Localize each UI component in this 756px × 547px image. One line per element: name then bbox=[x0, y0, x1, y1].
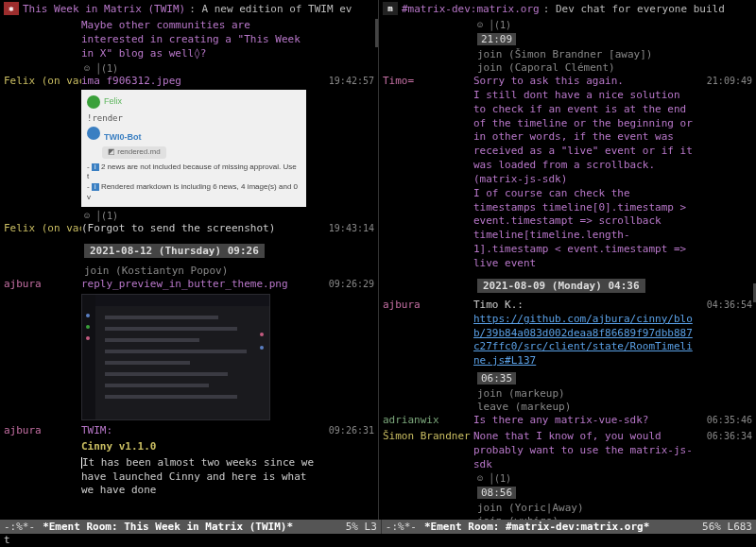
membership-event: leave (markeup) bbox=[477, 401, 752, 413]
message-body: Maybe other communities are interested i… bbox=[81, 19, 318, 61]
reaction[interactable]: ☺ │(1) bbox=[477, 473, 752, 484]
attachment-name[interactable]: reply_preview_in_butter_theme.png bbox=[81, 278, 318, 292]
timestamp: 19:43:14 bbox=[318, 222, 374, 236]
modeline-buffer[interactable]: *Ement Room: This Week in Matrix (TWIM)* bbox=[39, 521, 297, 533]
room-icon: ✱ bbox=[4, 2, 19, 15]
heading: Cinny v1.1.0 bbox=[81, 440, 318, 454]
link[interactable]: https://github.com/ajbura/cinny/blob/39b… bbox=[473, 313, 693, 368]
sender[interactable]: ajbura bbox=[4, 278, 81, 422]
modeline-pos: 5% L3 bbox=[342, 521, 381, 533]
sender[interactable]: Šimon Brandner bbox=[383, 430, 473, 472]
membership-event: join (Šimon Brandner [away]) bbox=[477, 48, 752, 60]
room-topic: : Dev chat for everyone build bbox=[543, 3, 725, 15]
date-separator: 2021-08-09 (Monday) 04:36 bbox=[477, 279, 645, 293]
image-preview[interactable] bbox=[81, 294, 270, 420]
right-messages[interactable]: ☺ │(1) 21:09 join (Šimon Brandner [away]… bbox=[379, 17, 756, 520]
timestamp: 04:36:54 bbox=[696, 299, 752, 368]
modeline-flags: -:%*- bbox=[0, 521, 39, 533]
time-separator: 06:35 bbox=[477, 372, 516, 385]
room-topic: : A new edition of TWIM ev bbox=[189, 3, 352, 15]
reply-target: Timo K.: bbox=[473, 299, 524, 311]
attachment-preview[interactable]: Felix !render TWI0-Bot ◩ rendered.md i2 … bbox=[81, 90, 306, 207]
message-body: Is there any matrix-vue-sdk? bbox=[473, 414, 696, 428]
modeline-pos: 56% L683 bbox=[698, 521, 756, 533]
timestamp: 09:26:31 bbox=[318, 424, 374, 438]
left-pane: ✱ This Week in Matrix (TWIM) : A new edi… bbox=[0, 0, 378, 520]
time-separator: 08:56 bbox=[477, 487, 516, 499]
membership-event: join (Caporal Clément) bbox=[477, 61, 752, 74]
timestamp: 21:09:49 bbox=[696, 75, 752, 271]
modeline-buffer[interactable]: *Ement Room: #matrix-dev:matrix.org* bbox=[421, 521, 653, 533]
message-body: TWIM: bbox=[81, 424, 318, 438]
message-body: None that I know of, you would probably … bbox=[473, 430, 696, 472]
sender[interactable]: ajbura bbox=[383, 299, 473, 368]
membership-event: join (Kostiantyn Popov) bbox=[84, 265, 374, 277]
reaction[interactable]: ☺ │(1) bbox=[477, 20, 752, 30]
timestamp: 06:35:46 bbox=[696, 414, 752, 428]
sender[interactable]: Felix (on vaca bbox=[4, 222, 81, 236]
minibuffer[interactable]: t bbox=[0, 534, 756, 547]
message-body: Sorry to ask this again. I still dont ha… bbox=[473, 75, 696, 271]
left-messages[interactable]: Maybe other communities are interested i… bbox=[0, 17, 378, 520]
timestamp: 06:36:34 bbox=[696, 430, 752, 472]
membership-event: join (markeup) bbox=[477, 387, 752, 400]
message-body: It has been almost two weeks since we ha… bbox=[81, 456, 320, 497]
timestamp: 09:26:29 bbox=[318, 278, 374, 422]
modeline: -:%*- *Ement Room: This Week in Matrix (… bbox=[0, 520, 756, 534]
left-header: ✱ This Week in Matrix (TWIM) : A new edi… bbox=[0, 0, 378, 17]
room-name[interactable]: This Week in Matrix (TWIM) bbox=[23, 3, 185, 15]
sender[interactable]: ajbura bbox=[4, 424, 81, 438]
sender[interactable]: Timo= bbox=[383, 75, 473, 271]
reaction[interactable]: ☺ │(1) bbox=[84, 63, 374, 74]
sender[interactable]: Felix (on vaca bbox=[4, 75, 81, 210]
room-icon: m bbox=[383, 2, 398, 15]
right-header: m #matrix-dev:matrix.org : Dev chat for … bbox=[379, 0, 756, 17]
modeline-flags: -:%*- bbox=[382, 521, 421, 533]
message-body: (Forgot to send the screenshot) bbox=[81, 222, 318, 236]
timestamp: 19:42:57 bbox=[318, 75, 374, 210]
room-name[interactable]: #matrix-dev:matrix.org bbox=[402, 3, 540, 15]
date-separator: 2021-08-12 (Thursday) 09:26 bbox=[84, 244, 265, 258]
membership-event: join (wubigo) bbox=[477, 515, 752, 520]
right-pane: m #matrix-dev:matrix.org : Dev chat for … bbox=[378, 0, 756, 520]
sender[interactable]: adrianwix bbox=[383, 414, 473, 428]
time-separator: 21:09 bbox=[477, 33, 516, 45]
attachment-name[interactable]: ima f906312.jpeg bbox=[81, 75, 318, 89]
membership-event: join (Yoric|Away) bbox=[477, 502, 752, 514]
reaction[interactable]: ☺ │(1) bbox=[84, 211, 374, 221]
